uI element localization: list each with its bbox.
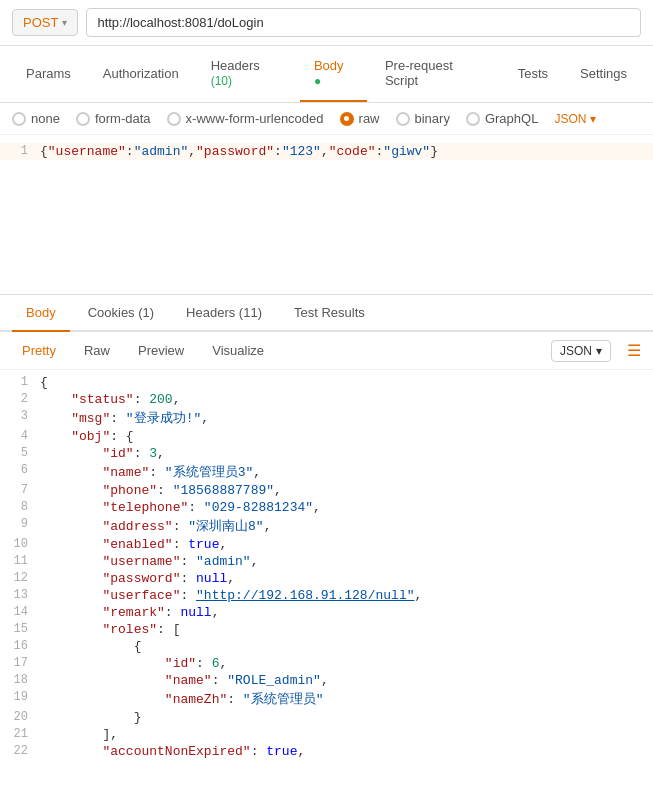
response-tab-headers[interactable]: Headers (11) bbox=[172, 295, 276, 332]
url-input[interactable] bbox=[86, 8, 641, 37]
resp-line-19: 19 "nameZh": "系统管理员" bbox=[0, 689, 653, 709]
request-body-content: {"username":"admin","password":"123","co… bbox=[40, 144, 653, 159]
tab-headers[interactable]: Headers (10) bbox=[197, 46, 296, 102]
radio-graphql bbox=[466, 112, 480, 126]
body-type-raw[interactable]: raw bbox=[340, 111, 380, 126]
resp-line-8: 8 "telephone": "029-82881234", bbox=[0, 499, 653, 516]
radio-urlencoded bbox=[167, 112, 181, 126]
tab-settings[interactable]: Settings bbox=[566, 54, 641, 95]
viewer-tab-visualize[interactable]: Visualize bbox=[202, 338, 274, 363]
body-type-urlencoded[interactable]: x-www-form-urlencoded bbox=[167, 111, 324, 126]
radio-none bbox=[12, 112, 26, 126]
method-select[interactable]: POST ▾ bbox=[12, 9, 78, 36]
response-tab-cookies[interactable]: Cookies (1) bbox=[74, 295, 168, 332]
viewer-tabs-row: Pretty Raw Preview Visualize JSON ▾ ☰ bbox=[0, 332, 653, 370]
resp-line-7: 7 "phone": "18568887789", bbox=[0, 482, 653, 499]
resp-line-20: 20 } bbox=[0, 709, 653, 726]
method-chevron-icon: ▾ bbox=[62, 17, 67, 28]
resp-line-14: 14 "remark": null, bbox=[0, 604, 653, 621]
body-type-binary[interactable]: binary bbox=[396, 111, 450, 126]
viewer-tab-preview[interactable]: Preview bbox=[128, 338, 194, 363]
viewer-tab-raw[interactable]: Raw bbox=[74, 338, 120, 363]
method-label: POST bbox=[23, 15, 58, 30]
resp-line-21: 21 ], bbox=[0, 726, 653, 743]
request-code-line: 1 {"username":"admin","password":"123","… bbox=[0, 143, 653, 160]
response-body: 1 { 2 "status": 200, 3 "msg": "登录成功!", 4… bbox=[0, 370, 653, 764]
response-format-dropdown[interactable]: JSON ▾ bbox=[551, 340, 611, 362]
body-type-graphql[interactable]: GraphQL bbox=[466, 111, 538, 126]
radio-binary bbox=[396, 112, 410, 126]
resp-line-5: 5 "id": 3, bbox=[0, 445, 653, 462]
response-tabs: Body Cookies (1) Headers (11) Test Resul… bbox=[0, 295, 653, 332]
tab-tests[interactable]: Tests bbox=[504, 54, 562, 95]
resp-line-12: 12 "password": null, bbox=[0, 570, 653, 587]
body-type-form-data[interactable]: form-data bbox=[76, 111, 151, 126]
resp-line-22: 22 "accountNonExpired": true, bbox=[0, 743, 653, 760]
tab-params[interactable]: Params bbox=[12, 54, 85, 95]
radio-form-data bbox=[76, 112, 90, 126]
body-type-row: none form-data x-www-form-urlencoded raw… bbox=[0, 103, 653, 135]
request-tabs: Params Authorization Headers (10) Body ●… bbox=[0, 46, 653, 103]
resp-line-10: 10 "enabled": true, bbox=[0, 536, 653, 553]
response-format-label: JSON bbox=[560, 344, 592, 358]
viewer-tab-pretty[interactable]: Pretty bbox=[12, 338, 66, 363]
resp-line-3: 3 "msg": "登录成功!", bbox=[0, 408, 653, 428]
resp-line-18: 18 "name": "ROLE_admin", bbox=[0, 672, 653, 689]
response-tab-test-results[interactable]: Test Results bbox=[280, 295, 379, 332]
response-format-chevron-icon: ▾ bbox=[596, 344, 602, 358]
response-tab-body[interactable]: Body bbox=[12, 295, 70, 332]
tab-body[interactable]: Body ● bbox=[300, 46, 367, 102]
resp-line-13: 13 "userface": "http://192.168.91.128/nu… bbox=[0, 587, 653, 604]
resp-line-1: 1 { bbox=[0, 374, 653, 391]
resp-line-6: 6 "name": "系统管理员3", bbox=[0, 462, 653, 482]
resp-line-4: 4 "obj": { bbox=[0, 428, 653, 445]
line-number-1: 1 bbox=[0, 144, 40, 158]
resp-line-17: 17 "id": 6, bbox=[0, 655, 653, 672]
tab-pre-request[interactable]: Pre-request Script bbox=[371, 46, 500, 102]
resp-line-9: 9 "address": "深圳南山8", bbox=[0, 516, 653, 536]
resp-line-2: 2 "status": 200, bbox=[0, 391, 653, 408]
resp-line-15: 15 "roles": [ bbox=[0, 621, 653, 638]
wrap-lines-icon[interactable]: ☰ bbox=[627, 341, 641, 360]
url-bar: POST ▾ bbox=[0, 0, 653, 46]
request-body-editor[interactable]: 1 {"username":"admin","password":"123","… bbox=[0, 135, 653, 295]
resp-line-11: 11 "username": "admin", bbox=[0, 553, 653, 570]
radio-raw bbox=[340, 112, 354, 126]
tab-authorization[interactable]: Authorization bbox=[89, 54, 193, 95]
format-dropdown[interactable]: JSON ▾ bbox=[554, 112, 596, 126]
format-label: JSON bbox=[554, 112, 586, 126]
format-chevron-icon: ▾ bbox=[590, 112, 596, 126]
body-type-none[interactable]: none bbox=[12, 111, 60, 126]
resp-line-16: 16 { bbox=[0, 638, 653, 655]
